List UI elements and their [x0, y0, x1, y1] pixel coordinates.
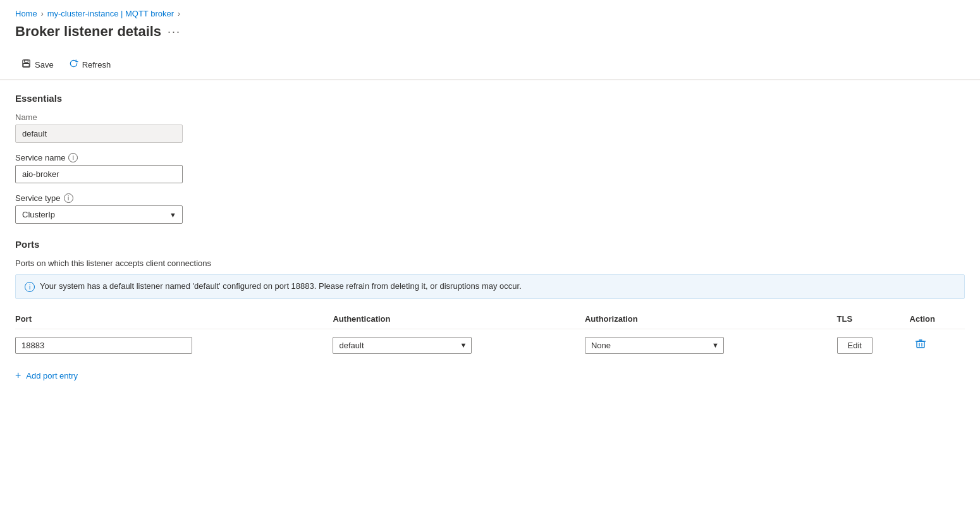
service-name-field-group: Service name i [15, 153, 965, 183]
name-field-group: Name [15, 113, 965, 143]
toolbar: Save Refresh [0, 50, 980, 80]
service-type-label: Service type i [15, 193, 965, 203]
port-cell [15, 329, 333, 362]
info-banner-icon: i [25, 282, 35, 292]
col-header-authentication: Authentication [333, 309, 585, 329]
service-name-label: Service name i [15, 153, 965, 162]
add-plus-icon: + [15, 370, 21, 381]
info-banner: i Your system has a default listener nam… [15, 274, 965, 299]
name-input [15, 125, 183, 143]
tls-cell: Edit [837, 329, 910, 362]
save-button[interactable]: Save [15, 55, 60, 74]
action-cell [910, 329, 965, 362]
essentials-section-title: Essentials [15, 93, 965, 104]
breadcrumb-sep2: › [178, 9, 180, 18]
ports-description: Ports on which this listener accepts cli… [15, 259, 965, 268]
port-input[interactable] [15, 337, 192, 354]
col-header-tls: TLS [837, 309, 910, 329]
ports-section: Ports Ports on which this listener accep… [15, 239, 965, 381]
service-type-select[interactable]: ClusterIp LoadBalancer NodePort [15, 205, 183, 224]
auth-select-wrapper: default None ▼ [333, 337, 472, 354]
ports-section-title: Ports [15, 239, 965, 250]
info-banner-text: Your system has a default listener named… [40, 281, 522, 291]
col-header-authorization: Authorization [585, 309, 837, 329]
page-title: Broker listener details [15, 23, 161, 40]
svg-rect-2 [23, 64, 29, 67]
service-name-info-icon[interactable]: i [68, 153, 78, 162]
add-port-row[interactable]: + Add port entry [15, 370, 965, 381]
refresh-icon [69, 59, 78, 70]
table-row: default None ▼ None default ▼ [15, 329, 965, 362]
authentication-cell: default None ▼ [333, 329, 585, 362]
page-title-row: Broker listener details ··· [0, 21, 980, 50]
add-port-label: Add port entry [26, 371, 78, 380]
ports-table-header-row: Port Authentication Authorization TLS Ac… [15, 309, 965, 329]
save-label: Save [35, 60, 54, 70]
breadcrumb-cluster[interactable]: my-cluster-instance | MQTT broker [47, 9, 174, 18]
delete-row-button[interactable] [910, 336, 931, 355]
breadcrumb-home[interactable]: Home [15, 9, 37, 18]
service-type-info-icon[interactable]: i [64, 193, 73, 203]
svg-rect-3 [917, 341, 924, 348]
service-name-input[interactable] [15, 165, 183, 183]
refresh-button[interactable]: Refresh [63, 55, 118, 74]
col-header-action: Action [910, 309, 965, 329]
authorization-select[interactable]: None default [585, 337, 724, 354]
service-type-field-group: Service type i ClusterIp LoadBalancer No… [15, 193, 965, 224]
tls-edit-button[interactable]: Edit [837, 337, 873, 354]
authentication-select[interactable]: default None [333, 337, 472, 354]
ports-table: Port Authentication Authorization TLS Ac… [15, 309, 965, 361]
refresh-label: Refresh [82, 60, 111, 70]
main-content: Essentials Name Service name i Service t… [0, 80, 980, 394]
breadcrumb-sep1: › [41, 9, 44, 18]
service-type-select-wrapper: ClusterIp LoadBalancer NodePort ▼ [15, 205, 183, 224]
save-icon [21, 59, 31, 70]
breadcrumb: Home › my-cluster-instance | MQTT broker… [0, 0, 980, 21]
authorization-cell: None default ▼ [585, 329, 837, 362]
col-header-port: Port [15, 309, 333, 329]
more-options-icon[interactable]: ··· [168, 25, 181, 39]
authz-select-wrapper: None default ▼ [585, 337, 724, 354]
name-label: Name [15, 113, 965, 122]
